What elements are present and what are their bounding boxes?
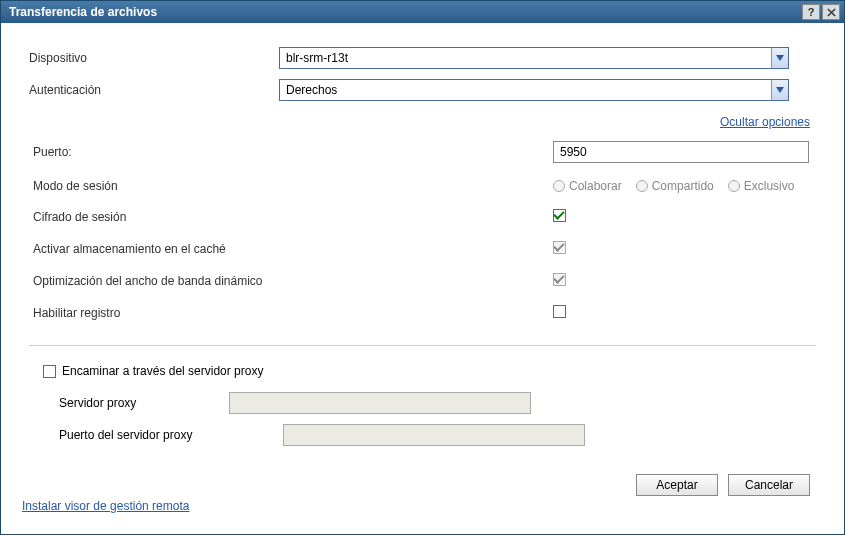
device-value: blr-srm-r13t <box>286 51 348 65</box>
titlebar: Transferencia de archivos ? <box>1 1 844 23</box>
divider <box>29 345 816 346</box>
auth-value: Derechos <box>286 83 337 97</box>
route-proxy-checkbox[interactable] <box>43 365 56 378</box>
route-proxy-label: Encaminar a través del servidor proxy <box>62 364 263 378</box>
radio-icon <box>636 180 648 192</box>
bandwidth-checkbox <box>553 273 566 286</box>
radio-icon <box>728 180 740 192</box>
caching-checkbox <box>553 241 566 254</box>
chevron-down-icon <box>771 47 789 69</box>
port-input[interactable] <box>553 141 809 163</box>
session-mode-group: Colaborar Compartido Exclusivo <box>553 179 794 193</box>
proxy-port-label: Puerto del servidor proxy <box>59 428 283 442</box>
help-button[interactable]: ? <box>802 4 820 20</box>
encryption-checkbox[interactable] <box>553 209 566 222</box>
dialog-content: Dispositivo blr-srm-r13t Autenticación D… <box>1 23 844 534</box>
window-title: Transferencia de archivos <box>9 5 802 19</box>
auth-select[interactable]: Derechos <box>279 79 789 101</box>
logging-checkbox[interactable] <box>553 305 566 318</box>
close-button[interactable] <box>822 4 840 20</box>
cancel-button[interactable]: Cancelar <box>728 474 810 496</box>
port-label: Puerto: <box>33 145 283 159</box>
radio-icon <box>553 180 565 192</box>
hide-options-link[interactable]: Ocultar opciones <box>720 115 810 129</box>
ok-button[interactable]: Aceptar <box>636 474 718 496</box>
radio-shared: Compartido <box>636 179 714 193</box>
device-label: Dispositivo <box>29 51 279 65</box>
chevron-down-icon <box>771 79 789 101</box>
caching-label: Activar almacenamiento en el caché <box>33 242 283 256</box>
logging-label: Habilitar registro <box>33 306 283 320</box>
proxy-port-input <box>283 424 585 446</box>
install-viewer-link[interactable]: Instalar visor de gestión remota <box>22 499 189 513</box>
session-mode-label: Modo de sesión <box>33 179 283 193</box>
proxy-server-label: Servidor proxy <box>59 396 229 410</box>
encryption-label: Cifrado de sesión <box>33 210 283 224</box>
proxy-server-input <box>229 392 531 414</box>
radio-exclusive: Exclusivo <box>728 179 795 193</box>
file-transfer-dialog: Transferencia de archivos ? Dispositivo … <box>0 0 845 535</box>
auth-label: Autenticación <box>29 83 279 97</box>
radio-collaborate: Colaborar <box>553 179 622 193</box>
device-select[interactable]: blr-srm-r13t <box>279 47 789 69</box>
bandwidth-label: Optimización del ancho de banda dinámico <box>33 274 353 288</box>
